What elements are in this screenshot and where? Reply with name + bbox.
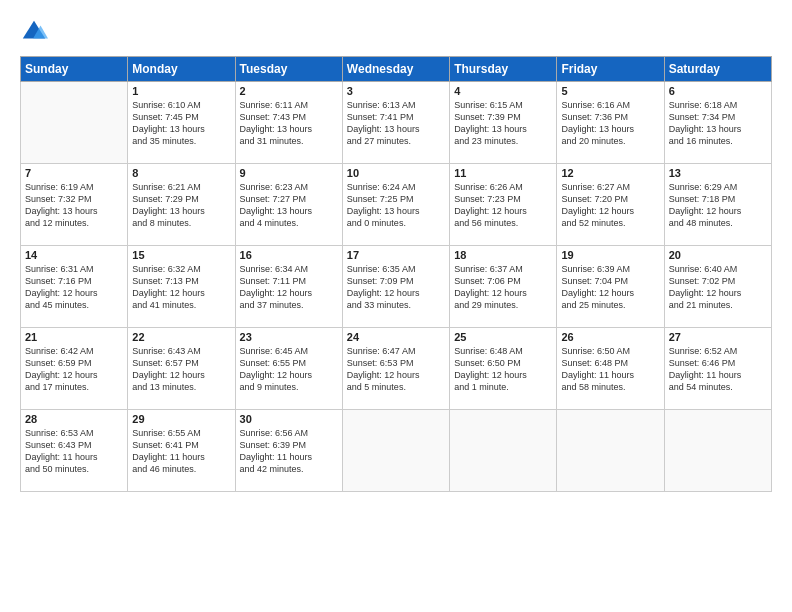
cell-info: Sunrise: 6:18 AMSunset: 7:34 PMDaylight:… (669, 99, 767, 148)
cell-info: Sunrise: 6:19 AMSunset: 7:32 PMDaylight:… (25, 181, 123, 230)
calendar-week-row: 1Sunrise: 6:10 AMSunset: 7:45 PMDaylight… (21, 82, 772, 164)
day-number: 1 (132, 85, 230, 97)
calendar-cell: 9Sunrise: 6:23 AMSunset: 7:27 PMDaylight… (235, 164, 342, 246)
calendar-cell: 7Sunrise: 6:19 AMSunset: 7:32 PMDaylight… (21, 164, 128, 246)
day-number: 30 (240, 413, 338, 425)
day-number: 2 (240, 85, 338, 97)
calendar-cell (557, 410, 664, 492)
calendar-cell: 19Sunrise: 6:39 AMSunset: 7:04 PMDayligh… (557, 246, 664, 328)
calendar-cell: 6Sunrise: 6:18 AMSunset: 7:34 PMDaylight… (664, 82, 771, 164)
day-number: 6 (669, 85, 767, 97)
calendar-cell (664, 410, 771, 492)
day-number: 7 (25, 167, 123, 179)
day-number: 4 (454, 85, 552, 97)
day-number: 11 (454, 167, 552, 179)
calendar-week-row: 14Sunrise: 6:31 AMSunset: 7:16 PMDayligh… (21, 246, 772, 328)
cell-info: Sunrise: 6:37 AMSunset: 7:06 PMDaylight:… (454, 263, 552, 312)
day-number: 8 (132, 167, 230, 179)
calendar-cell (342, 410, 449, 492)
day-number: 18 (454, 249, 552, 261)
calendar-cell: 20Sunrise: 6:40 AMSunset: 7:02 PMDayligh… (664, 246, 771, 328)
cell-info: Sunrise: 6:26 AMSunset: 7:23 PMDaylight:… (454, 181, 552, 230)
calendar-cell: 18Sunrise: 6:37 AMSunset: 7:06 PMDayligh… (450, 246, 557, 328)
cell-info: Sunrise: 6:32 AMSunset: 7:13 PMDaylight:… (132, 263, 230, 312)
calendar-table: SundayMondayTuesdayWednesdayThursdayFrid… (20, 56, 772, 492)
calendar-cell: 25Sunrise: 6:48 AMSunset: 6:50 PMDayligh… (450, 328, 557, 410)
calendar-cell: 5Sunrise: 6:16 AMSunset: 7:36 PMDaylight… (557, 82, 664, 164)
cell-info: Sunrise: 6:55 AMSunset: 6:41 PMDaylight:… (132, 427, 230, 476)
calendar-cell: 28Sunrise: 6:53 AMSunset: 6:43 PMDayligh… (21, 410, 128, 492)
cell-info: Sunrise: 6:31 AMSunset: 7:16 PMDaylight:… (25, 263, 123, 312)
calendar-week-row: 21Sunrise: 6:42 AMSunset: 6:59 PMDayligh… (21, 328, 772, 410)
calendar-cell: 12Sunrise: 6:27 AMSunset: 7:20 PMDayligh… (557, 164, 664, 246)
calendar-cell: 1Sunrise: 6:10 AMSunset: 7:45 PMDaylight… (128, 82, 235, 164)
day-number: 14 (25, 249, 123, 261)
cell-info: Sunrise: 6:10 AMSunset: 7:45 PMDaylight:… (132, 99, 230, 148)
calendar-body: 1Sunrise: 6:10 AMSunset: 7:45 PMDaylight… (21, 82, 772, 492)
cell-info: Sunrise: 6:39 AMSunset: 7:04 PMDaylight:… (561, 263, 659, 312)
weekday-header-thursday: Thursday (450, 57, 557, 82)
calendar-cell: 16Sunrise: 6:34 AMSunset: 7:11 PMDayligh… (235, 246, 342, 328)
calendar-header: SundayMondayTuesdayWednesdayThursdayFrid… (21, 57, 772, 82)
cell-info: Sunrise: 6:21 AMSunset: 7:29 PMDaylight:… (132, 181, 230, 230)
cell-info: Sunrise: 6:56 AMSunset: 6:39 PMDaylight:… (240, 427, 338, 476)
day-number: 24 (347, 331, 445, 343)
cell-info: Sunrise: 6:11 AMSunset: 7:43 PMDaylight:… (240, 99, 338, 148)
day-number: 17 (347, 249, 445, 261)
logo (20, 18, 52, 46)
weekday-header-monday: Monday (128, 57, 235, 82)
cell-info: Sunrise: 6:13 AMSunset: 7:41 PMDaylight:… (347, 99, 445, 148)
cell-info: Sunrise: 6:48 AMSunset: 6:50 PMDaylight:… (454, 345, 552, 394)
day-number: 22 (132, 331, 230, 343)
calendar-week-row: 28Sunrise: 6:53 AMSunset: 6:43 PMDayligh… (21, 410, 772, 492)
weekday-header-tuesday: Tuesday (235, 57, 342, 82)
header (20, 18, 772, 46)
day-number: 29 (132, 413, 230, 425)
calendar-cell (21, 82, 128, 164)
cell-info: Sunrise: 6:53 AMSunset: 6:43 PMDaylight:… (25, 427, 123, 476)
weekday-header-row: SundayMondayTuesdayWednesdayThursdayFrid… (21, 57, 772, 82)
cell-info: Sunrise: 6:47 AMSunset: 6:53 PMDaylight:… (347, 345, 445, 394)
cell-info: Sunrise: 6:50 AMSunset: 6:48 PMDaylight:… (561, 345, 659, 394)
day-number: 12 (561, 167, 659, 179)
calendar-cell: 22Sunrise: 6:43 AMSunset: 6:57 PMDayligh… (128, 328, 235, 410)
day-number: 9 (240, 167, 338, 179)
cell-info: Sunrise: 6:34 AMSunset: 7:11 PMDaylight:… (240, 263, 338, 312)
cell-info: Sunrise: 6:23 AMSunset: 7:27 PMDaylight:… (240, 181, 338, 230)
weekday-header-friday: Friday (557, 57, 664, 82)
day-number: 19 (561, 249, 659, 261)
calendar-cell: 10Sunrise: 6:24 AMSunset: 7:25 PMDayligh… (342, 164, 449, 246)
day-number: 21 (25, 331, 123, 343)
day-number: 13 (669, 167, 767, 179)
calendar-cell: 17Sunrise: 6:35 AMSunset: 7:09 PMDayligh… (342, 246, 449, 328)
cell-info: Sunrise: 6:27 AMSunset: 7:20 PMDaylight:… (561, 181, 659, 230)
cell-info: Sunrise: 6:52 AMSunset: 6:46 PMDaylight:… (669, 345, 767, 394)
day-number: 20 (669, 249, 767, 261)
calendar-cell (450, 410, 557, 492)
calendar-cell: 14Sunrise: 6:31 AMSunset: 7:16 PMDayligh… (21, 246, 128, 328)
cell-info: Sunrise: 6:24 AMSunset: 7:25 PMDaylight:… (347, 181, 445, 230)
cell-info: Sunrise: 6:15 AMSunset: 7:39 PMDaylight:… (454, 99, 552, 148)
page: SundayMondayTuesdayWednesdayThursdayFrid… (0, 0, 792, 612)
day-number: 5 (561, 85, 659, 97)
day-number: 23 (240, 331, 338, 343)
logo-icon (20, 18, 48, 46)
calendar-cell: 24Sunrise: 6:47 AMSunset: 6:53 PMDayligh… (342, 328, 449, 410)
calendar-cell: 13Sunrise: 6:29 AMSunset: 7:18 PMDayligh… (664, 164, 771, 246)
cell-info: Sunrise: 6:40 AMSunset: 7:02 PMDaylight:… (669, 263, 767, 312)
calendar-cell: 21Sunrise: 6:42 AMSunset: 6:59 PMDayligh… (21, 328, 128, 410)
day-number: 28 (25, 413, 123, 425)
cell-info: Sunrise: 6:45 AMSunset: 6:55 PMDaylight:… (240, 345, 338, 394)
weekday-header-saturday: Saturday (664, 57, 771, 82)
calendar-cell: 2Sunrise: 6:11 AMSunset: 7:43 PMDaylight… (235, 82, 342, 164)
day-number: 16 (240, 249, 338, 261)
calendar-cell: 8Sunrise: 6:21 AMSunset: 7:29 PMDaylight… (128, 164, 235, 246)
day-number: 10 (347, 167, 445, 179)
calendar-cell: 27Sunrise: 6:52 AMSunset: 6:46 PMDayligh… (664, 328, 771, 410)
day-number: 15 (132, 249, 230, 261)
calendar-cell: 29Sunrise: 6:55 AMSunset: 6:41 PMDayligh… (128, 410, 235, 492)
calendar-week-row: 7Sunrise: 6:19 AMSunset: 7:32 PMDaylight… (21, 164, 772, 246)
calendar-cell: 4Sunrise: 6:15 AMSunset: 7:39 PMDaylight… (450, 82, 557, 164)
cell-info: Sunrise: 6:29 AMSunset: 7:18 PMDaylight:… (669, 181, 767, 230)
cell-info: Sunrise: 6:43 AMSunset: 6:57 PMDaylight:… (132, 345, 230, 394)
